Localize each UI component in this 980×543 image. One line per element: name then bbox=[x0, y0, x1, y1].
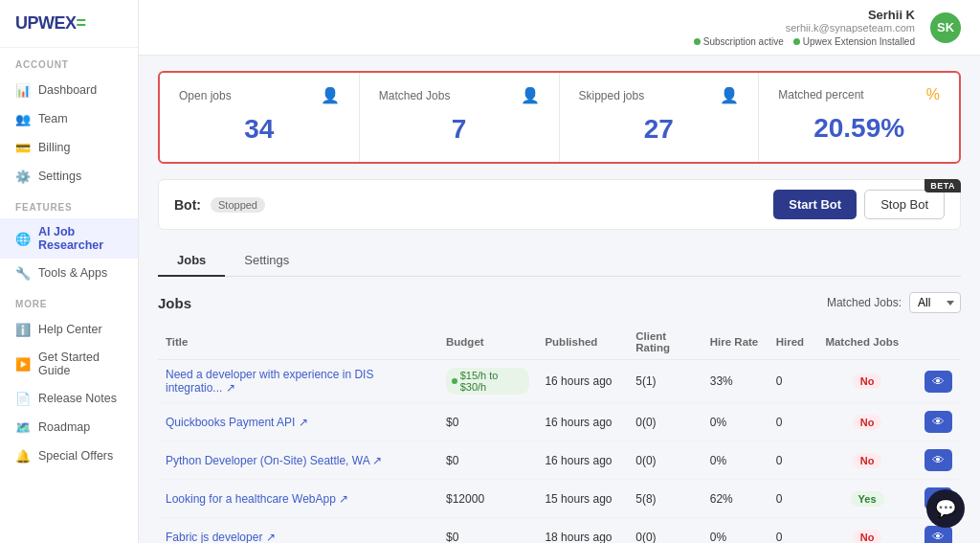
skipped-jobs-icon: 👤 bbox=[720, 86, 739, 104]
bot-buttons: Start Bot Stop Bot bbox=[773, 190, 945, 219]
sidebar-section-more: MORE ℹ️ Help Center ▶️ Get Started Guide… bbox=[0, 287, 138, 470]
job-published-cell: 16 hours ago bbox=[537, 360, 628, 403]
table-row: Fabric js developer ↗ $0 18 hours ago 0(… bbox=[158, 518, 961, 544]
stat-value-matched-percent: 20.59% bbox=[778, 113, 940, 144]
sidebar-item-roadmap[interactable]: 🗺️ Roadmap bbox=[0, 413, 138, 441]
features-section-title: FEATURES bbox=[0, 191, 138, 218]
stat-label-skipped-jobs: Skipped jobs 👤 bbox=[579, 86, 740, 104]
more-section-title: MORE bbox=[0, 287, 138, 315]
sidebar-item-special-offers[interactable]: 🔔 Special Offers bbox=[0, 441, 138, 470]
stat-label-open-jobs: Open jobs 👤 bbox=[179, 86, 340, 104]
stat-value-skipped-jobs: 27 bbox=[579, 114, 740, 145]
col-header-title: Title bbox=[158, 325, 438, 360]
open-jobs-icon: 👤 bbox=[321, 86, 340, 104]
jobs-tbody: Need a developer with experience in DIS … bbox=[158, 360, 961, 544]
job-budget-cell: $12000 bbox=[438, 480, 537, 518]
job-action-cell: 👁 bbox=[917, 403, 961, 441]
sidebar-item-billing[interactable]: 💳 Billing bbox=[0, 133, 138, 162]
sidebar-item-help-center[interactable]: ℹ️ Help Center bbox=[0, 315, 138, 344]
col-header-budget: Budget bbox=[438, 325, 537, 360]
job-hired-cell: 0 bbox=[768, 480, 818, 518]
account-section-title: ACCOUNT bbox=[0, 48, 138, 76]
tools-icon: 🔧 bbox=[15, 265, 31, 281]
main-area: Serhii K serhii.k@synapseteam.com Subscr… bbox=[139, 0, 980, 543]
sidebar-section-account: ACCOUNT 📊 Dashboard 👥 Team 💳 Billing ⚙️ … bbox=[0, 48, 138, 191]
budget-plain: $0 bbox=[446, 416, 458, 429]
stop-bot-button[interactable]: Stop Bot bbox=[864, 190, 945, 219]
logo-text: UPWEX= bbox=[15, 13, 86, 33]
sidebar-item-release-notes[interactable]: 📄 Release Notes bbox=[0, 384, 138, 413]
matched-filter: Matched Jobs: All Yes No bbox=[827, 292, 961, 313]
matched-no-badge: No bbox=[853, 453, 882, 468]
topbar: Serhii K serhii.k@synapseteam.com Subscr… bbox=[139, 0, 980, 56]
sidebar-item-dashboard[interactable]: 📊 Dashboard bbox=[0, 76, 138, 104]
matched-filter-select[interactable]: All Yes No bbox=[909, 292, 961, 313]
job-hire-rate-cell: 62% bbox=[702, 480, 768, 518]
sidebar-item-team[interactable]: 👥 Team bbox=[0, 104, 138, 133]
job-title-link[interactable]: Python Developer (On-Site) Seattle, WA ↗ bbox=[166, 454, 382, 467]
job-hired-cell: 0 bbox=[768, 441, 818, 480]
budget-plain: $0 bbox=[446, 531, 458, 544]
sidebar-item-tools[interactable]: 🔧 Tools & Apps bbox=[0, 259, 138, 287]
job-title-cell: Need a developer with experience in DIS … bbox=[158, 360, 438, 403]
stat-label-matched-percent: Matched percent % bbox=[778, 86, 940, 103]
roadmap-icon: 🗺️ bbox=[15, 419, 31, 435]
job-hired-cell: 0 bbox=[768, 360, 818, 403]
job-matched-cell: No bbox=[817, 441, 916, 480]
sidebar-section-features: FEATURES 🌐 AI Job Researcher 🔧 Tools & A… bbox=[0, 191, 138, 287]
subscription-badge: Subscription active bbox=[694, 36, 784, 47]
col-header-client-rating: Client Rating bbox=[628, 325, 702, 360]
budget-dot bbox=[452, 378, 457, 384]
view-job-button[interactable]: 👁 bbox=[924, 449, 952, 471]
help-icon: ℹ️ bbox=[15, 322, 31, 337]
sidebar-item-ai-job-researcher[interactable]: 🌐 AI Job Researcher bbox=[0, 218, 138, 259]
sidebar-item-label: Special Offers bbox=[38, 449, 113, 463]
job-title-cell: Python Developer (On-Site) Seattle, WA ↗ bbox=[158, 441, 438, 480]
view-job-button[interactable]: 👁 bbox=[924, 526, 952, 543]
job-budget-cell: $0 bbox=[438, 518, 537, 544]
settings-icon: ⚙️ bbox=[15, 169, 31, 184]
job-hire-rate-cell: 0% bbox=[702, 441, 768, 480]
start-bot-button[interactable]: Start Bot bbox=[773, 190, 857, 219]
stat-matched-percent: Matched percent % 20.59% bbox=[759, 73, 959, 162]
user-name: Serhii K bbox=[868, 8, 915, 22]
job-published-cell: 16 hours ago bbox=[537, 403, 628, 441]
stat-matched-jobs: Matched Jobs 👤 7 bbox=[360, 73, 560, 162]
job-client-rating-cell: 0(0) bbox=[628, 518, 702, 544]
job-title-link[interactable]: Quickbooks Payment API ↗ bbox=[166, 416, 308, 429]
job-matched-cell: No bbox=[817, 518, 916, 544]
matched-filter-label: Matched Jobs: bbox=[827, 296, 902, 309]
jobs-title: Jobs bbox=[158, 295, 191, 311]
job-budget-cell: $0 bbox=[438, 441, 537, 480]
job-title-link[interactable]: Need a developer with experience in DIS … bbox=[166, 368, 373, 395]
play-icon: ▶️ bbox=[15, 356, 31, 372]
job-matched-cell: No bbox=[817, 360, 916, 403]
tabs: Jobs Settings bbox=[158, 245, 961, 277]
matched-no-badge: No bbox=[853, 415, 882, 430]
sidebar-item-get-started[interactable]: ▶️ Get Started Guide bbox=[0, 344, 138, 384]
job-published-cell: 15 hours ago bbox=[537, 480, 628, 518]
stat-open-jobs: Open jobs 👤 34 bbox=[160, 73, 360, 162]
job-title-link[interactable]: Fabric js developer ↗ bbox=[166, 531, 276, 544]
sidebar-item-label: Roadmap bbox=[38, 420, 90, 434]
jobs-table: Title Budget Published Client Rating Hir… bbox=[158, 325, 961, 543]
tab-settings[interactable]: Settings bbox=[225, 245, 308, 277]
view-job-button[interactable]: 👁 bbox=[924, 411, 952, 433]
tab-jobs[interactable]: Jobs bbox=[158, 245, 225, 277]
budget-plain: $0 bbox=[446, 454, 458, 467]
job-hire-rate-cell: 33% bbox=[702, 360, 768, 403]
job-title-cell: Quickbooks Payment API ↗ bbox=[158, 403, 438, 441]
job-published-cell: 18 hours ago bbox=[537, 518, 628, 544]
extension-badge: Upwex Extension Installed bbox=[793, 36, 915, 47]
job-title-link[interactable]: Looking for a healthcare WebApp ↗ bbox=[166, 492, 348, 506]
stat-label-matched-jobs: Matched Jobs 👤 bbox=[379, 86, 540, 104]
job-published-cell: 16 hours ago bbox=[537, 441, 628, 480]
sidebar-item-settings[interactable]: ⚙️ Settings bbox=[0, 162, 138, 191]
stat-value-open-jobs: 34 bbox=[179, 114, 340, 145]
chat-button[interactable]: 💬 bbox=[926, 489, 965, 528]
job-hire-rate-cell: 0% bbox=[702, 518, 768, 544]
view-job-button[interactable]: 👁 bbox=[924, 371, 952, 393]
table-row: Need a developer with experience in DIS … bbox=[158, 360, 961, 403]
logo: UPWEX= bbox=[0, 0, 138, 48]
topbar-badges: Subscription active Upwex Extension Inst… bbox=[694, 36, 915, 47]
